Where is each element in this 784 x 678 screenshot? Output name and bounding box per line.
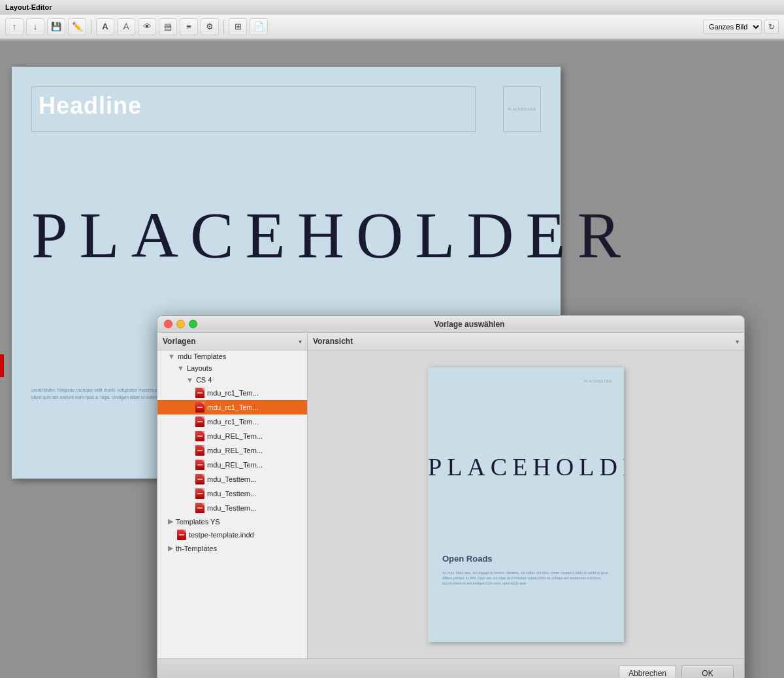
file-icon-testpe (177, 530, 186, 540)
tree-label-mdu-test-3: mdu_Testtem... (207, 504, 256, 512)
file-icon-mdu-rc1-1 (195, 388, 204, 398)
file-icon-mdu-rel-2 (195, 445, 204, 456)
app-title: Layout-Editor (5, 3, 52, 11)
dialog-left-header: Vorlagen ▾ (157, 333, 307, 350)
tree-item-mdu-rc1-2[interactable]: mdu_rc1_Tem... (157, 400, 307, 415)
file-icon-mdu-rel-3 (195, 460, 204, 470)
file-icon-mdu-test-2 (195, 488, 204, 499)
canvas-headline-area: Headline (31, 86, 476, 132)
preview-main-text: PLACEHOLDER (428, 452, 624, 481)
tree-item-templates-ys[interactable]: ▶ Templates YS (157, 515, 307, 528)
tree-item-mdu-rel-1[interactable]: mdu_REL_Tem... (157, 429, 307, 443)
canvas-body-text: uendi blabo. Nequiae rrumque velit modit… (31, 387, 175, 401)
toolbar-btn-layers[interactable]: ▤ (159, 18, 177, 35)
toolbar-sep-2 (223, 20, 224, 34)
file-icon-mdu-rc1-3 (195, 416, 204, 427)
tree-label-th-templates: th-Templates (176, 545, 217, 552)
dialog-footer: Abbrechen OK (157, 658, 744, 678)
dialog-left-title: Vorlagen (163, 337, 195, 346)
dialog-titlebar: Vorlage auswählen (157, 316, 744, 333)
tree-label-templates-ys: Templates YS (176, 518, 220, 526)
tree-label-mdu-test-2: mdu_Testtem... (207, 490, 256, 498)
template-dialog: Vorlage auswählen Vorlagen ▾ ▼ mdu Templ… (157, 315, 745, 678)
tree-item-layouts[interactable]: ▼ Layouts (157, 362, 307, 374)
dialog-right-header: Voransicht ▾ (308, 333, 744, 350)
file-icon-mdu-test-3 (195, 503, 204, 513)
cancel-button[interactable]: Abbrechen (619, 665, 676, 679)
folder-expand-icon-ys: ▶ (168, 517, 173, 526)
tree-label-mdu-templates: mdu Templates (178, 352, 226, 360)
ok-button[interactable]: OK (681, 665, 734, 679)
toolbar-btn-settings[interactable]: ⚙ (201, 18, 219, 35)
zoom-select[interactable]: Ganzes Bild 50% 75% 100% (703, 20, 762, 34)
dialog-left-panel: Vorlagen ▾ ▼ mdu Templates ▼ Layouts (157, 333, 308, 658)
title-bar: Layout-Editor (0, 0, 784, 14)
canvas-headline-text: Headline (39, 92, 142, 120)
canvas-main-placeholder: PLACEHOLDER (31, 197, 541, 273)
toolbar-btn-visibility[interactable]: 👁 (138, 18, 156, 35)
tree-label-cs4: CS 4 (196, 376, 212, 384)
toolbar-btn-save[interactable]: 💾 (47, 18, 65, 35)
preview-placeholder-small: PLACEHOLDER (584, 379, 612, 383)
tree-label-mdu-rc1-1: mdu_rc1_Tem... (207, 389, 259, 397)
refresh-button[interactable]: ↻ (764, 20, 779, 34)
tree-item-mdu-test-1[interactable]: mdu_Testtem... (157, 472, 307, 486)
vorlagen-dropdown-arrow[interactable]: ▾ (299, 338, 302, 345)
tree-item-cs4[interactable]: ▼ CS 4 (157, 374, 307, 386)
tree-label-layouts: Layouts (187, 364, 212, 372)
tree-label-mdu-test-1: mdu_Testtem... (207, 475, 256, 483)
preview-subtitle: Open Roads (442, 554, 493, 564)
tree-container[interactable]: ▼ mdu Templates ▼ Layouts ▼ CS 4 (157, 350, 307, 658)
tree-item-th-templates[interactable]: ▶ th-Templates (157, 542, 307, 554)
tree-item-mdu-rc1-1[interactable]: mdu_rc1_Tem... (157, 386, 307, 400)
toolbar-btn-download[interactable]: ↓ (26, 18, 44, 35)
preview-body: As huis. Nam auc, ant eligapt ut increm … (442, 570, 610, 586)
tree-label-mdu-rc1-3: mdu_rc1_Tem... (207, 418, 259, 426)
red-left-marker (0, 354, 4, 377)
tree-item-mdu-rel-2[interactable]: mdu_REL_Tem... (157, 443, 307, 458)
preview-page: PLACEHOLDER PLACEHOLDER Open Roads As hu… (428, 367, 624, 642)
voransicht-dropdown-arrow[interactable]: ▾ (736, 338, 739, 345)
toolbar-btn-edit[interactable]: ✏️ (68, 18, 86, 35)
dialog-title: Vorlage auswählen (201, 320, 738, 329)
folder-expand-icon-cs4: ▼ (186, 376, 193, 384)
window-minimize-button[interactable] (176, 320, 185, 328)
tree-label-mdu-rel-2: mdu_REL_Tem... (207, 447, 263, 454)
toolbar-right: Ganzes Bild 50% 75% 100% ↻ (703, 20, 779, 34)
toolbar-sep-1 (91, 20, 91, 34)
tree-label-mdu-rc1-2: mdu_rc1_Tem... (207, 403, 259, 411)
toolbar-btn-grid[interactable]: ⊞ (229, 18, 247, 35)
tree-item-mdu-templates[interactable]: ▼ mdu Templates (157, 350, 307, 362)
file-icon-mdu-rel-1 (195, 431, 204, 441)
toolbar-btn-list[interactable]: ≡ (180, 18, 198, 35)
tree-item-mdu-test-2[interactable]: mdu_Testtem... (157, 486, 307, 501)
folder-expand-icon-layouts: ▼ (177, 364, 184, 372)
toolbar-btn-font[interactable]: A (117, 18, 135, 35)
canvas-placeholder-small-text: PLACEHOLDER (508, 107, 536, 111)
folder-expand-icon-th: ▶ (168, 544, 173, 552)
dialog-right-title: Voransicht (313, 337, 353, 346)
window-close-button[interactable] (164, 320, 172, 328)
file-icon-mdu-rc1-2 (195, 402, 204, 413)
file-icon-mdu-test-1 (195, 474, 204, 484)
toolbar-btn-export[interactable]: 📄 (250, 18, 268, 35)
dialog-body: Vorlagen ▾ ▼ mdu Templates ▼ Layouts (157, 333, 744, 658)
window-maximize-button[interactable] (189, 320, 197, 328)
toolbar-btn-upload[interactable]: ↑ (5, 18, 24, 35)
dialog-right-panel: Voransicht ▾ PLACEHOLDER PLACEHOLDER Ope… (308, 333, 744, 658)
toolbar-btn-bold[interactable]: A (96, 18, 114, 35)
preview-area: PLACEHOLDER PLACEHOLDER Open Roads As hu… (308, 350, 744, 658)
canvas-area: Headline PLACEHOLDER PLACEHOLDER uendi b… (0, 41, 784, 678)
tree-item-mdu-rc1-3[interactable]: mdu_rc1_Tem... (157, 415, 307, 429)
canvas-placeholder-small: PLACEHOLDER (503, 86, 541, 132)
toolbar: ↑ ↓ 💾 ✏️ A A 👁 ▤ ≡ ⚙ ⊞ 📄 Ganzes Bild 50%… (0, 14, 784, 39)
folder-expand-icon: ▼ (168, 352, 175, 360)
tree-item-testpe[interactable]: testpe-template.indd (157, 528, 307, 542)
tree-label-testpe: testpe-template.indd (189, 531, 254, 539)
tree-label-mdu-rel-1: mdu_REL_Tem... (207, 432, 263, 440)
tree-item-mdu-rel-3[interactable]: mdu_REL_Tem... (157, 458, 307, 472)
tree-item-mdu-test-3[interactable]: mdu_Testtem... (157, 501, 307, 515)
tree-label-mdu-rel-3: mdu_REL_Tem... (207, 461, 263, 469)
